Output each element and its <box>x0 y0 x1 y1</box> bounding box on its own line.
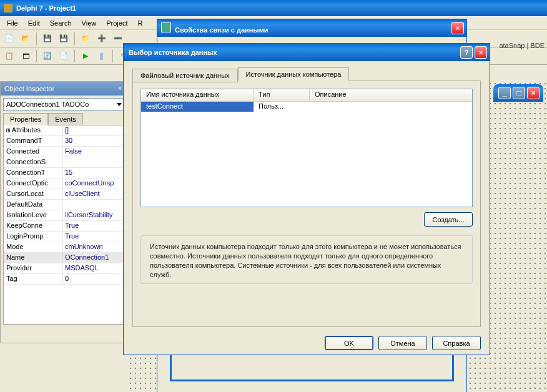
inspector-titlebar[interactable]: Object Inspector × <box>1 82 127 96</box>
property-row[interactable]: Tag0 <box>4 274 124 285</box>
prop-value[interactable]: True <box>62 232 124 242</box>
help-icon[interactable]: ? <box>460 46 473 59</box>
prop-name: ⊞Attributes <box>4 125 62 135</box>
menu-file[interactable]: File <box>2 18 22 28</box>
property-row[interactable]: CommandT30 <box>4 136 124 147</box>
prop-value[interactable]: coConnectUnsp <box>62 179 124 189</box>
pause-icon[interactable]: ‖ <box>95 49 109 63</box>
prop-value[interactable]: clUseClient <box>62 189 124 199</box>
menu-edit[interactable]: Edit <box>24 18 44 28</box>
inspector-object-combo[interactable]: ADOConnection1 TADOCo <box>3 98 125 110</box>
col-name[interactable]: Имя источника данных <box>141 89 254 101</box>
ok-button[interactable]: OK <box>325 336 373 350</box>
cancel-button[interactable]: Отмена <box>378 336 427 350</box>
prop-value[interactable] <box>62 200 124 210</box>
prop-value[interactable] <box>62 157 124 167</box>
prop-name: CursorLocat <box>4 189 62 199</box>
form1-window[interactable]: _ □ × <box>493 84 543 390</box>
property-row[interactable]: ConnectedFalse <box>4 147 124 157</box>
property-row[interactable]: ConnectionS <box>4 157 124 168</box>
property-row[interactable]: ModecmUnknown <box>4 242 124 253</box>
dlg2-body: Файловый источник данных Источник данных… <box>124 61 490 356</box>
prop-value[interactable]: MSDASQL <box>62 263 124 273</box>
view-unit-icon[interactable]: 📋 <box>2 49 16 63</box>
prop-value[interactable]: OConnection1 <box>62 253 124 263</box>
select-data-source-dialog: Выбор источника данных ? × Файловый исто… <box>123 43 490 355</box>
prop-name: IsolationLeve <box>4 210 62 220</box>
list-item[interactable]: testConnectПольз... <box>141 102 472 112</box>
tab-machine-dsn[interactable]: Источник данных компьютера <box>238 67 350 81</box>
prop-value[interactable]: 15 <box>62 168 124 178</box>
inspector-tabs: Properties Events <box>3 113 125 125</box>
saveall-icon[interactable]: 💾 <box>57 32 71 46</box>
open-icon[interactable]: 📂 <box>19 32 32 46</box>
add-icon[interactable]: ➕ <box>95 32 109 46</box>
menu-search[interactable]: Search <box>46 18 76 28</box>
menu-project[interactable]: Project <box>102 18 132 28</box>
prop-name: DefaultData <box>4 200 62 210</box>
separator <box>112 50 113 62</box>
property-row[interactable]: IsolationLeveilCursorStability <box>4 210 124 221</box>
prop-name: ConnectionT <box>4 168 62 178</box>
tab-properties[interactable]: Properties <box>3 113 48 125</box>
database-icon <box>161 22 171 32</box>
combo-value: ADOConnection1 TADOCo <box>6 100 89 108</box>
tab-events[interactable]: Events <box>48 113 83 125</box>
dlg2-title-text: Выбор источника данных <box>129 49 217 56</box>
object-inspector: Object Inspector × ADOConnection1 TADOCo… <box>0 81 128 343</box>
new-form-icon[interactable]: 📄 <box>57 49 71 63</box>
chevron-down-icon <box>117 103 122 106</box>
prop-value[interactable]: [] <box>62 125 124 135</box>
close-icon[interactable]: × <box>527 87 540 99</box>
prop-name: Provider <box>4 263 62 273</box>
property-row[interactable]: ConnectionT15 <box>4 168 124 179</box>
dsn-listview[interactable]: Имя источника данных Тип Описание testCo… <box>140 89 473 207</box>
view-form-icon[interactable]: 🗔 <box>19 49 32 63</box>
create-button[interactable]: Создать... <box>424 212 473 227</box>
property-row[interactable]: LoginPrompTrue <box>4 232 124 242</box>
run-icon[interactable]: ▶ <box>79 49 92 63</box>
new-icon[interactable]: 📄 <box>2 32 16 46</box>
property-row[interactable]: KeepConneTrue <box>4 221 124 232</box>
maximize-icon[interactable]: □ <box>513 87 525 99</box>
menu-run[interactable]: R <box>133 18 147 28</box>
close-icon[interactable]: × <box>451 22 464 34</box>
prop-value[interactable]: ilCursorStability <box>62 210 124 220</box>
minimize-icon[interactable]: _ <box>498 87 511 99</box>
menu-view[interactable]: View <box>77 18 101 28</box>
property-row[interactable]: ConnectOpticcoConnectUnsp <box>4 179 124 189</box>
inspector-title: Object Inspector <box>4 85 54 92</box>
property-row[interactable]: DefaultData <box>4 200 124 210</box>
prop-value[interactable]: False <box>62 147 124 157</box>
dlg1-titlebar[interactable]: Свойства связи с данными × <box>157 19 466 37</box>
open-project-icon[interactable]: 📁 <box>79 32 92 46</box>
ide-title-text: Delphi 7 - Project1 <box>16 4 76 12</box>
prop-name: Tag <box>4 274 62 284</box>
save-icon[interactable]: 💾 <box>41 32 54 46</box>
separator <box>36 32 37 45</box>
prop-value[interactable]: True <box>62 221 124 231</box>
property-row[interactable]: ⊞Attributes[] <box>4 125 124 136</box>
property-row[interactable]: NameOConnection1 <box>4 253 124 263</box>
close-icon[interactable]: × <box>475 46 487 59</box>
prop-value[interactable]: 30 <box>62 136 124 146</box>
property-row[interactable]: ProviderMSDASQL <box>4 263 124 274</box>
form1-titlebar[interactable]: _ □ × <box>493 84 543 102</box>
prop-value[interactable]: cmUnknown <box>62 242 124 252</box>
tab-file-dsn[interactable]: Файловый источник данных <box>132 69 238 82</box>
col-desc[interactable]: Описание <box>310 89 472 101</box>
cell-name: testConnect <box>141 102 254 112</box>
cell-desc <box>310 102 472 112</box>
dlg1-title-text: Свойства связи с данными <box>175 26 269 34</box>
delphi-logo-icon <box>4 4 12 12</box>
property-grid[interactable]: ⊞Attributes[]CommandT30ConnectedFalseCon… <box>3 125 125 325</box>
dlg2-titlebar[interactable]: Выбор источника данных ? × <box>124 44 490 61</box>
toggle-icon[interactable]: 🔄 <box>41 49 54 63</box>
prop-value[interactable]: 0 <box>62 274 124 284</box>
property-row[interactable]: CursorLocatclUseClient <box>4 189 124 200</box>
col-type[interactable]: Тип <box>254 89 310 101</box>
component-tabs[interactable]: ataSnap | BDE <box>499 42 545 49</box>
help-button[interactable]: Справка <box>432 336 481 350</box>
separator <box>74 32 75 45</box>
ide-titlebar: Delphi 7 - Project1 <box>0 0 547 16</box>
